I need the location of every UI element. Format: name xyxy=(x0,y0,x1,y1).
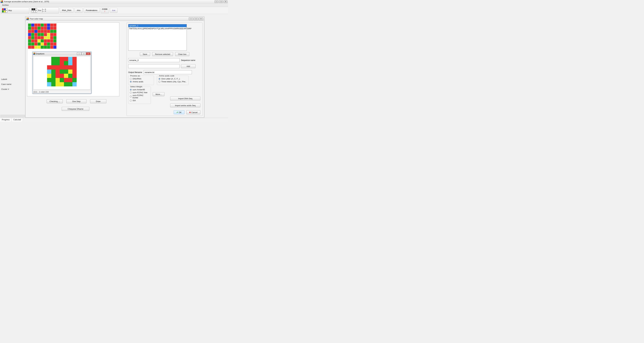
drawform-canvas xyxy=(33,56,90,89)
process-as-legend: Process as: xyxy=(130,75,141,77)
aas-label: AAs xyxy=(77,9,80,11)
rna-dna-button[interactable]: RNA_DNA xyxy=(60,8,74,13)
checking-label: Checking ... xyxy=(50,100,60,102)
sequence-name-label: Sequence name xyxy=(181,59,195,61)
import-aa-label: Import amino acids Seq xyxy=(175,104,196,107)
bottom-tabs: Progress Calculati xyxy=(0,118,228,121)
sequence-panel: >protein_1 TMITDSLAVVLQRRDWENPGVTQLNRLAA… xyxy=(126,22,202,116)
weight-amber95-radio[interactable]: sum-Amber95 xyxy=(130,88,149,91)
clear-box-button[interactable]: Clear box xyxy=(175,52,189,56)
cancel-button[interactable]: ✖Cancel xyxy=(186,110,200,114)
select-weight-group: Select Weight sum-Amber95 sum-FCPAC free… xyxy=(128,86,151,104)
weight-fcpac-buried-radio[interactable]: sum-FCPAC buried xyxy=(130,94,149,99)
label4: Label4 xyxy=(1,78,24,80)
drawform-title: Drawform xyxy=(36,53,77,55)
aa-three-letter-label: Three letters (Ala, Cys, Phe.. xyxy=(161,80,186,83)
drawform-maximize-button[interactable]: ▭ xyxy=(82,52,86,55)
drawform-window: Drawform — ▭ ✕ [111 , 1 color 215 xyxy=(32,52,91,94)
one-step-button[interactable]: One Step xyxy=(66,99,86,103)
maximize-button[interactable]: ▭ xyxy=(219,0,223,3)
process-aa-label: Amino acids xyxy=(132,80,143,83)
sequence-listbox[interactable]: >protein_1 TMITDSLAVVLQRRDWENPGVTQLNRLAA… xyxy=(128,24,187,51)
aa-code-group: Amino acids code One Letter (A, C, F...)… xyxy=(157,76,188,85)
weight-fcpac-free-radio[interactable]: sum-FCPAC free xyxy=(130,91,149,94)
add-button[interactable]: Add xyxy=(181,64,196,68)
drawform-titlebar[interactable]: Drawform — ▭ ✕ xyxy=(32,52,91,55)
draw-button[interactable]: Draw xyxy=(90,99,106,103)
aa-one-letter-label: One Letter (A, C, F...) xyxy=(161,78,180,80)
process-aa-radio[interactable]: Amino acids xyxy=(130,80,152,83)
process-dna-label: DNA/RNA xyxy=(132,78,142,80)
exit-label: Exit xyxy=(112,9,115,11)
select-weight-legend: Select Weight xyxy=(130,85,143,88)
import-dna-label: Import DNA Seq xyxy=(178,97,192,100)
ponderations-button[interactable]: Ponderations xyxy=(84,8,100,13)
weight-fcpac-free-label: sum-FCPAC free xyxy=(132,91,148,94)
aas-button[interactable]: AAs xyxy=(74,8,83,13)
sequence-name-input[interactable]: noname_0 xyxy=(128,58,180,62)
app-titlebar: Average accessible surface area (Janin e… xyxy=(0,0,228,3)
fcm-maximize-button[interactable]: ▭ xyxy=(194,17,198,20)
sequence-selected-header[interactable]: >protein_1 xyxy=(128,24,186,27)
drawform-icon xyxy=(33,53,35,55)
save-button[interactable]: Save xyxy=(140,52,150,56)
aa-three-letter-radio[interactable]: Three letters (Ala, Cys, Phe.. xyxy=(158,80,187,83)
output-filename-value: noname.txt xyxy=(145,71,154,73)
code-button[interactable]: CODE ↓ xyxy=(100,7,109,13)
clear-label: Clear box xyxy=(178,53,186,55)
add-sequence-input[interactable] xyxy=(128,64,180,68)
cluster-label: Cluster # xyxy=(1,88,24,90)
draw-label: Draw xyxy=(96,100,100,102)
fcm-icon xyxy=(26,18,29,20)
tree-label: Tree xyxy=(38,9,41,11)
more-label: More... xyxy=(156,93,162,95)
ponderations-label: Ponderations xyxy=(86,9,98,11)
cancel-label: Cancel xyxy=(192,111,198,113)
import-aa-button[interactable]: Import amino acids Seq xyxy=(170,103,200,107)
map-tool[interactable]: Map xyxy=(0,7,29,13)
tab-calculati[interactable]: Calculati xyxy=(12,118,23,121)
drawform-grid xyxy=(47,57,77,86)
rna-dna-label: RNA_DNA xyxy=(62,9,71,11)
checking-button[interactable]: Checking ... xyxy=(46,99,63,103)
tab-progress[interactable]: Progress xyxy=(0,118,12,121)
code-icon: CODE ↓ xyxy=(102,8,108,12)
menu-archivo[interactable]: Archivo xyxy=(1,3,10,6)
close-button[interactable]: ✕ xyxy=(224,0,228,3)
fcm-titlebar[interactable]: Four color map — ▭ ✕ xyxy=(26,17,204,21)
tree-grid-icon xyxy=(32,8,37,12)
menubar: Archivo xyxy=(0,3,228,7)
chequear-label: Chequear DName xyxy=(68,108,84,110)
minimize-button[interactable]: — xyxy=(214,0,218,3)
toolbar: Map Tree RNA_DNA AAs Ponderations CODE ↓… xyxy=(0,7,228,14)
remove-selected-button[interactable]: Remove selected xyxy=(152,52,173,56)
drawform-minimize-button[interactable]: — xyxy=(77,52,82,55)
tree-tool[interactable]: Tree xyxy=(30,7,59,13)
map-label: Map xyxy=(8,9,12,11)
map-icon xyxy=(2,8,8,12)
output-filename-input[interactable]: noname.txt xyxy=(144,70,192,74)
ok-button[interactable]: ✔OK xyxy=(174,110,184,114)
fcm-minimize-button[interactable]: — xyxy=(189,17,193,20)
fcm-close-button[interactable]: ✕ xyxy=(199,17,203,20)
check-icon: ✔ xyxy=(176,111,178,113)
sequence-body: TMITDSLAVVLQRRDWENPGVTQLNRLAAHPPFASWRNSE… xyxy=(128,27,186,30)
weight-isa-radio[interactable]: ISA xyxy=(130,99,149,102)
weight-amber95-label: sum-Amber95 xyxy=(132,88,145,91)
exit-button[interactable]: Exit xyxy=(110,8,118,13)
drawform-close-button[interactable]: ✕ xyxy=(86,52,90,55)
app-icon xyxy=(0,0,3,3)
aa-code-legend: Amino acids code xyxy=(158,75,175,77)
color-map-grid xyxy=(28,23,56,49)
sequence-name-value: noname_0 xyxy=(129,59,138,61)
add-label: Add xyxy=(186,65,190,67)
process-dna-radio[interactable]: DNA/RNA xyxy=(130,78,152,80)
remove-label: Remove selected xyxy=(155,53,170,55)
chequear-dname-button[interactable]: Chequear DName xyxy=(62,107,89,111)
aa-one-letter-radio[interactable]: One Letter (A, C, F...) xyxy=(158,78,187,80)
app-title: Average accessible surface area (Janin e… xyxy=(4,0,214,3)
more-weights-button[interactable]: More... xyxy=(153,92,164,96)
progress-bar xyxy=(0,115,25,117)
ok-label: OK xyxy=(179,111,182,113)
import-dna-button[interactable]: Import DNA Seq xyxy=(170,96,200,100)
